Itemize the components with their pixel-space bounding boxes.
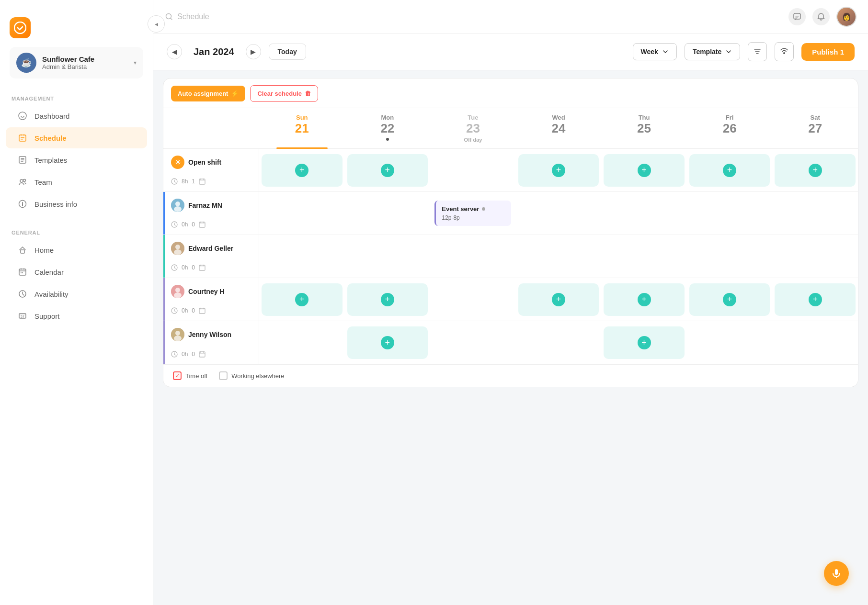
courtney-label: Courtney H: [188, 288, 224, 295]
jenny-thu-add[interactable]: +: [638, 336, 651, 349]
courtney-fri-add[interactable]: +: [723, 293, 736, 306]
open-shift-title: ☀ Open shift: [171, 156, 251, 169]
svg-text:24: 24: [21, 315, 24, 318]
clear-schedule-button[interactable]: Clear schedule 🗑: [250, 85, 318, 102]
jenny-label: Jenny Wilson: [188, 331, 231, 338]
week-dropdown[interactable]: Week: [633, 43, 677, 60]
today-button[interactable]: Today: [269, 44, 306, 60]
courtney-thu-add[interactable]: +: [638, 293, 651, 306]
notifications-button[interactable]: [812, 8, 830, 25]
svg-point-1: [19, 112, 26, 120]
open-shift-mon-add[interactable]: +: [381, 164, 394, 177]
lightning-icon: ⚡: [231, 90, 239, 97]
courtney-tue-cell: [430, 278, 516, 321]
avatar-image: 👩: [837, 8, 856, 26]
sidebar-item-team[interactable]: Team: [6, 171, 147, 192]
sidebar-item-templates[interactable]: Templates: [6, 149, 147, 170]
sidebar-item-home[interactable]: Home: [6, 239, 147, 260]
open-shift-thu-add[interactable]: +: [638, 164, 651, 177]
sidebar-item-schedule[interactable]: Schedule: [6, 127, 147, 148]
fri-day-name: Fri: [726, 114, 734, 121]
svg-rect-30: [199, 265, 205, 270]
auto-assign-button[interactable]: Auto assignment ⚡: [171, 86, 245, 101]
jenny-thu-bg: +: [604, 326, 685, 359]
calendar-small-icon: [199, 178, 206, 185]
farnaz-row: Farnaz MN 0h 0: [163, 192, 858, 235]
business-card[interactable]: ☕ Sunflower Cafe Admin & Barista ▾: [10, 47, 143, 78]
sidebar-item-business-info[interactable]: Business info: [6, 193, 147, 214]
edward-row-info: Edward Geller 0h 0: [163, 235, 259, 278]
filter-button[interactable]: [748, 42, 767, 61]
trash-icon: 🗑: [305, 90, 311, 97]
next-week-button[interactable]: ▶: [246, 44, 261, 59]
broadcast-button[interactable]: [775, 42, 794, 61]
sidebar-collapse-button[interactable]: ◂: [148, 15, 165, 33]
svg-point-7: [23, 179, 26, 182]
courtney-stats: 0h 0: [171, 307, 251, 314]
prev-week-button[interactable]: ◀: [167, 44, 182, 59]
publish-button[interactable]: Publish 1: [801, 43, 855, 61]
open-shift-sat-add[interactable]: +: [809, 164, 822, 177]
chat-button[interactable]: [788, 8, 806, 25]
home-label: Home: [34, 246, 54, 254]
farnaz-sun-cell: [259, 192, 345, 235]
search-area[interactable]: Schedule: [165, 12, 783, 21]
farnaz-event-card[interactable]: Event server 12p-8p: [434, 201, 511, 226]
svg-rect-12: [22, 272, 23, 273]
svg-rect-3: [21, 137, 24, 138]
business-role: Admin & Barista: [42, 63, 128, 70]
jenny-sat-cell: [772, 321, 858, 364]
availability-icon: [17, 289, 28, 299]
jenny-row: Jenny Wilson 0h 0 +: [163, 321, 858, 364]
sidebar-item-dashboard[interactable]: Dashboard: [6, 105, 147, 126]
sidebar-item-calendar[interactable]: Calendar: [6, 261, 147, 282]
edward-avatar: [171, 242, 184, 255]
template-dropdown[interactable]: Template: [685, 43, 740, 60]
open-shift-fri-add[interactable]: +: [723, 164, 736, 177]
general-section-label: GENERAL: [0, 225, 153, 238]
home-icon: [17, 245, 28, 255]
edward-thu-cell: [601, 235, 687, 278]
farnaz-thu-cell: [601, 192, 687, 235]
svg-rect-25: [199, 222, 205, 227]
courtney-mon-add[interactable]: +: [381, 293, 394, 306]
open-shift-wed-bg: +: [518, 154, 599, 187]
courtney-mon-cell: +: [345, 278, 431, 321]
business-name: Sunflower Cafe: [42, 55, 128, 63]
open-shift-thu-bg: +: [604, 154, 685, 187]
check-icon: ✓: [175, 373, 180, 379]
sidebar: ☕ Sunflower Cafe Admin & Barista ▾ MANAG…: [0, 0, 153, 605]
farnaz-label: Farnaz MN: [188, 202, 222, 209]
sat-day-num: 27: [780, 121, 850, 136]
open-shift-hours: 8h: [182, 178, 188, 185]
tue-off-day: Off day: [438, 137, 508, 143]
courtney-wed-add[interactable]: +: [552, 293, 565, 306]
dashboard-label: Dashboard: [34, 112, 69, 120]
jenny-count: 0: [192, 351, 195, 358]
farnaz-row-info: Farnaz MN 0h 0: [163, 192, 259, 235]
support-icon: 24: [17, 311, 28, 321]
search-placeholder: Schedule: [177, 12, 209, 21]
open-shift-sun-add[interactable]: +: [295, 164, 308, 177]
sidebar-item-availability[interactable]: Availability: [6, 283, 147, 304]
jenny-mon-add[interactable]: +: [381, 336, 394, 349]
courtney-sun-add[interactable]: +: [295, 293, 308, 306]
topbar-icons: 👩: [788, 7, 857, 27]
fab-button[interactable]: [824, 561, 849, 586]
thu-day-name: Thu: [639, 114, 650, 121]
courtney-wed-bg: +: [518, 283, 599, 316]
open-shift-wed-add[interactable]: +: [552, 164, 565, 177]
sidebar-item-support[interactable]: 24 Support: [6, 305, 147, 326]
working-elsewhere-legend: Working elsewhere: [219, 371, 284, 380]
svg-point-0: [14, 22, 26, 34]
jenny-row-info: Jenny Wilson 0h 0: [163, 321, 259, 364]
edward-tue-cell: [430, 235, 516, 278]
working-elsewhere-checkbox[interactable]: [219, 371, 228, 380]
day-headers: Sun 21 Mon 22 Tue 23 Off day: [163, 108, 858, 149]
svg-rect-40: [199, 352, 205, 357]
courtney-sat-add[interactable]: +: [809, 293, 822, 306]
calendar-container: Auto assignment ⚡ Clear schedule 🗑 Sun 2…: [153, 70, 868, 605]
user-avatar[interactable]: 👩: [836, 7, 857, 27]
templates-label: Templates: [34, 156, 67, 164]
time-off-checkbox[interactable]: ✓: [173, 371, 182, 380]
